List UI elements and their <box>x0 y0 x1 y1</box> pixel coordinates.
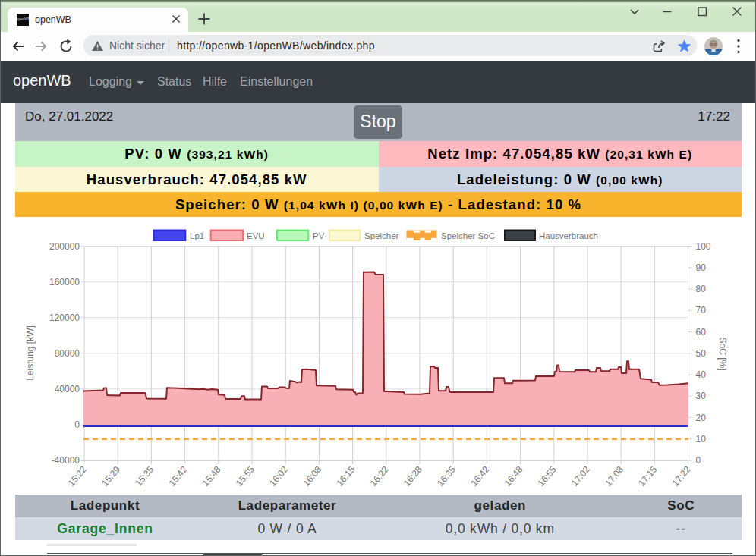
svg-text:15:48: 15:48 <box>200 463 223 488</box>
svg-text:15:55: 15:55 <box>234 463 257 488</box>
svg-text:90: 90 <box>696 262 707 272</box>
svg-text:70: 70 <box>696 305 707 316</box>
svg-text:10: 10 <box>696 433 707 444</box>
svg-text:100: 100 <box>696 240 711 251</box>
svg-text:16:48: 16:48 <box>502 463 524 488</box>
svg-text:16:28: 16:28 <box>402 463 424 488</box>
svg-text:80: 80 <box>696 284 707 294</box>
svg-text:0: 0 <box>696 455 701 466</box>
svg-text:16:15: 16:15 <box>334 463 357 488</box>
svg-text:16:02: 16:02 <box>267 463 290 488</box>
svg-text:16:35: 16:35 <box>435 463 458 488</box>
svg-text:120000: 120000 <box>49 312 80 322</box>
svg-text:15:22: 15:22 <box>66 463 89 488</box>
svg-text:0: 0 <box>74 419 80 430</box>
svg-text:17:02: 17:02 <box>569 463 592 488</box>
svg-text:20: 20 <box>696 412 707 422</box>
svg-text:15:42: 15:42 <box>166 463 189 488</box>
svg-text:200000: 200000 <box>49 240 80 251</box>
svg-text:16:55: 16:55 <box>536 463 559 488</box>
svg-text:16:22: 16:22 <box>368 463 391 488</box>
svg-text:30: 30 <box>696 391 707 401</box>
svg-text:15:35: 15:35 <box>133 463 156 488</box>
svg-text:Speicher: Speicher <box>364 231 399 240</box>
svg-text:160000: 160000 <box>49 276 80 287</box>
svg-text:80000: 80000 <box>55 347 80 358</box>
svg-text:16:08: 16:08 <box>301 463 323 488</box>
svg-text:Leistung [kW]: Leistung [kW] <box>25 325 36 381</box>
svg-text:Lp1: Lp1 <box>190 231 204 240</box>
svg-text:Speicher SoC: Speicher SoC <box>441 231 495 240</box>
svg-text:40000: 40000 <box>55 383 80 394</box>
svg-text:40: 40 <box>696 369 707 380</box>
svg-text:17:15: 17:15 <box>636 463 659 488</box>
svg-text:PV: PV <box>313 231 325 240</box>
svg-text:17:22: 17:22 <box>669 463 692 488</box>
svg-text:Hausverbrauch: Hausverbrauch <box>539 231 598 240</box>
svg-text:17:08: 17:08 <box>603 463 625 488</box>
svg-text:-40000: -40000 <box>52 455 80 466</box>
svg-text:16:42: 16:42 <box>468 463 491 488</box>
svg-text:60: 60 <box>696 326 707 337</box>
svg-text:EVU: EVU <box>247 231 265 240</box>
svg-text:15:29: 15:29 <box>99 463 122 488</box>
svg-text:50: 50 <box>696 347 707 358</box>
svg-text:SoC [%]: SoC [%] <box>717 337 728 370</box>
